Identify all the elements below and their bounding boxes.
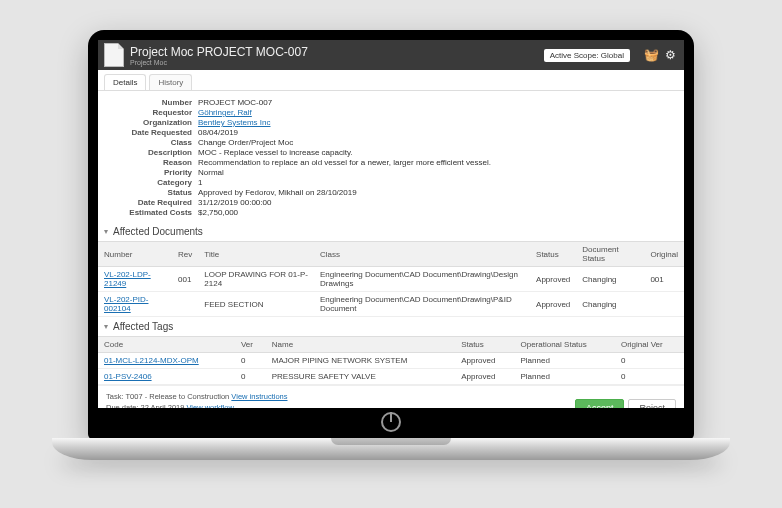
reject-button[interactable]: Reject <box>628 399 676 408</box>
affected-documents-title: Affected Documents <box>113 226 203 237</box>
class-value: Change Order/Project Moc <box>198 138 293 147</box>
priority-value: Normal <box>198 168 224 177</box>
status-label: Status <box>108 188 192 197</box>
tag-code-link[interactable]: 01-PSV-2406 <box>98 369 235 385</box>
description-value: MOC - Replace vessel to increase capacit… <box>198 148 353 157</box>
active-scope-badge[interactable]: Active Scope: Global <box>544 49 630 62</box>
chevron-down-icon: ▾ <box>104 322 108 331</box>
number-label: Number <box>108 98 192 107</box>
col-rev[interactable]: Rev <box>172 242 198 267</box>
laptop-base <box>52 438 730 460</box>
details-panel: NumberPROJECT MOC-007 RequestorGöhringer… <box>98 91 684 222</box>
accept-button[interactable]: Accept <box>575 399 625 408</box>
tag-code-link[interactable]: 01-MCL-L2124-MDX-OPM <box>98 353 235 369</box>
reason-value: Recommendation to replace an old vessel … <box>198 158 491 167</box>
category-value: 1 <box>198 178 202 187</box>
page-subtitle: Project Moc <box>130 59 544 66</box>
app-header: Project Moc PROJECT MOC-007 Project Moc … <box>98 40 684 70</box>
tab-history[interactable]: History <box>149 74 192 90</box>
table-row[interactable]: VL-202-LDP-21249 001 LOOP DRAWING FOR 01… <box>98 267 684 292</box>
view-workflow-link[interactable]: View workflow <box>187 403 234 409</box>
priority-label: Priority <box>108 168 192 177</box>
col-class[interactable]: Class <box>314 242 530 267</box>
status-value: Approved by Fedorov, Mikhail on 28/10/20… <box>198 188 357 197</box>
task-footer: Task: T007 - Release to Construction Vie… <box>98 385 684 408</box>
task-text: Task: T007 - Release to Construction <box>106 392 229 401</box>
page-title: Project Moc PROJECT MOC-007 <box>130 45 544 59</box>
organization-link[interactable]: Bentley Systems Inc <box>198 118 270 127</box>
affected-tags-title: Affected Tags <box>113 321 173 332</box>
col-tag-status[interactable]: Status <box>455 337 514 353</box>
class-label: Class <box>108 138 192 147</box>
date-requested-label: Date Requested <box>108 128 192 137</box>
date-required-label: Date Required <box>108 198 192 207</box>
affected-documents-header[interactable]: ▾ Affected Documents <box>98 222 684 241</box>
date-required-value: 31/12/2019 00:00:00 <box>198 198 271 207</box>
affected-documents-table: Number Rev Title Class Status Document S… <box>98 241 684 317</box>
date-requested-value: 08/04/2019 <box>198 128 238 137</box>
estimated-costs-label: Estimated Costs <box>108 208 192 217</box>
col-op-status[interactable]: Operational Status <box>514 337 614 353</box>
number-value: PROJECT MOC-007 <box>198 98 272 107</box>
app-screen: Project Moc PROJECT MOC-007 Project Moc … <box>98 40 684 408</box>
col-doc-status[interactable]: Document Status <box>576 242 644 267</box>
due-date-text: Due date: 22 April 2019 <box>106 403 184 409</box>
table-row[interactable]: 01-MCL-L2124-MDX-OPM 0 MAJOR PIPING NETW… <box>98 353 684 369</box>
requestor-label: Requestor <box>108 108 192 117</box>
affected-tags-table: Code Ver Name Status Operational Status … <box>98 336 684 385</box>
table-row[interactable]: VL-202-PID-002104 FEED SECTION Engineeri… <box>98 292 684 317</box>
document-icon <box>104 43 124 67</box>
table-row[interactable]: 01-PSV-2406 0 PRESSURE SAFETY VALVE Appr… <box>98 369 684 385</box>
chevron-down-icon: ▾ <box>104 227 108 236</box>
col-original[interactable]: Original <box>644 242 684 267</box>
affected-tags-header[interactable]: ▾ Affected Tags <box>98 317 684 336</box>
col-orig-ver[interactable]: Original Ver <box>615 337 684 353</box>
tab-details[interactable]: Details <box>104 74 146 90</box>
col-code[interactable]: Code <box>98 337 235 353</box>
description-label: Description <box>108 148 192 157</box>
col-status[interactable]: Status <box>530 242 576 267</box>
col-name[interactable]: Name <box>266 337 455 353</box>
view-instructions-link[interactable]: View instructions <box>231 392 287 401</box>
reason-label: Reason <box>108 158 192 167</box>
tabs: Details History <box>98 70 684 91</box>
category-label: Category <box>108 178 192 187</box>
col-ver[interactable]: Ver <box>235 337 266 353</box>
estimated-costs-value: $2,750,000 <box>198 208 238 217</box>
requestor-link[interactable]: Göhringer, Ralf <box>198 108 252 117</box>
doc-number-link[interactable]: VL-202-LDP-21249 <box>98 267 172 292</box>
cart-icon[interactable]: 🧺 <box>644 48 659 62</box>
doc-number-link[interactable]: VL-202-PID-002104 <box>98 292 172 317</box>
gear-icon[interactable]: ⚙ <box>665 48 676 62</box>
col-title[interactable]: Title <box>198 242 314 267</box>
organization-label: Organization <box>108 118 192 127</box>
col-number[interactable]: Number <box>98 242 172 267</box>
power-icon <box>381 412 401 432</box>
